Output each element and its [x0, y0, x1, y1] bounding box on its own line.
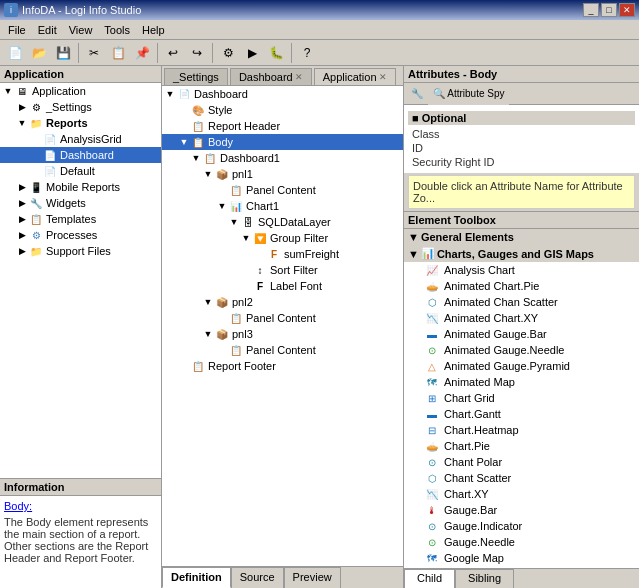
tree-toggle-mobile[interactable]: ▶: [16, 181, 28, 193]
ws-item-reportheader[interactable]: 📋 Report Header: [162, 118, 403, 134]
tree-item-analysisgrid[interactable]: 📄 AnalysisGrid: [0, 131, 161, 147]
ws-item-body[interactable]: ▼ 📋 Body: [162, 134, 403, 150]
tab-source[interactable]: Source: [231, 567, 284, 588]
toolbox-heat-map-applet[interactable]: ⊟ Heat Map Applet: [404, 566, 639, 568]
tree-toggle-widgets[interactable]: ▶: [16, 197, 28, 209]
ws-item-labelfont[interactable]: F Label Font: [162, 278, 403, 294]
menu-tools[interactable]: Tools: [98, 22, 136, 38]
toolbar-redo[interactable]: ↪: [186, 42, 208, 64]
ws-item-pnl1[interactable]: ▼ 📦 pnl1: [162, 166, 403, 182]
toolbox-gauge-needle2[interactable]: ⊙ Gauge.Needle: [404, 534, 639, 550]
section-charts[interactable]: ▼ 📊 Charts, Gauges and GIS Maps: [404, 245, 639, 262]
menu-view[interactable]: View: [63, 22, 99, 38]
ws-toggle-sql[interactable]: ▼: [228, 216, 240, 228]
ws-toggle-pnl2[interactable]: ▼: [202, 296, 214, 308]
tab-dashboard-close[interactable]: ✕: [295, 72, 303, 82]
tab-application[interactable]: Application ✕: [314, 68, 396, 85]
tree-item-mobilereports[interactable]: ▶ 📱 Mobile Reports: [0, 179, 161, 195]
tree-item-settings[interactable]: ▶ ⚙ _Settings: [0, 99, 161, 115]
toolbar-new[interactable]: 📄: [4, 42, 26, 64]
ws-toggle-gf[interactable]: ▼: [240, 232, 252, 244]
tab-application-close[interactable]: ✕: [379, 72, 387, 82]
attr-btn1[interactable]: 🔧: [408, 85, 426, 103]
tab-preview[interactable]: Preview: [284, 567, 341, 588]
window-controls[interactable]: _ □ ✕: [583, 3, 635, 17]
toolbox-google-map[interactable]: 🗺 Google Map: [404, 550, 639, 566]
toolbar-help[interactable]: ?: [296, 42, 318, 64]
tree-toggle-support[interactable]: ▶: [16, 245, 28, 257]
toolbox-chart-polar[interactable]: ⊙ Chant Polar: [404, 454, 639, 470]
ws-item-sumfreight[interactable]: F sumFreight: [162, 246, 403, 262]
menu-edit[interactable]: Edit: [32, 22, 63, 38]
attr-id-value[interactable]: [516, 142, 631, 154]
ws-toggle-pnl3[interactable]: ▼: [202, 328, 214, 340]
ws-item-dashboard1[interactable]: ▼ 📋 Dashboard1: [162, 150, 403, 166]
section-general[interactable]: ▼ General Elements: [404, 229, 639, 245]
toolbar-save[interactable]: 💾: [52, 42, 74, 64]
ws-item-pnl2[interactable]: ▼ 📦 pnl2: [162, 294, 403, 310]
ws-item-style[interactable]: 🎨 Style: [162, 102, 403, 118]
tree-item-processes[interactable]: ▶ ⚙ Processes: [0, 227, 161, 243]
toolbar-run[interactable]: ▶: [241, 42, 263, 64]
ws-item-chart1[interactable]: ▼ 📊 Chart1: [162, 198, 403, 214]
attr-class-value[interactable]: [516, 128, 631, 140]
toolbox-chart-xy[interactable]: 📉 Chart.XY: [404, 486, 639, 502]
tree-item-dashboard[interactable]: 📄 Dashboard: [0, 147, 161, 163]
ws-toggle-d1[interactable]: ▼: [190, 152, 202, 164]
tree-item-widgets[interactable]: ▶ 🔧 Widgets: [0, 195, 161, 211]
optional-toggle[interactable]: ■: [412, 112, 419, 124]
toolbar-cut[interactable]: ✂: [83, 42, 105, 64]
toolbar-paste[interactable]: 📌: [131, 42, 153, 64]
ws-item-sqldatalayer[interactable]: ▼ 🗄 SQLDataLayer: [162, 214, 403, 230]
tree-item-application[interactable]: ▼ 🖥 Application: [0, 83, 161, 99]
attr-security-value[interactable]: [516, 156, 631, 168]
tree-item-supportfiles[interactable]: ▶ 📁 Support Files: [0, 243, 161, 259]
menu-file[interactable]: File: [2, 22, 32, 38]
toolbox-gauge-bar[interactable]: ▬ Animated Gauge.Bar: [404, 326, 639, 342]
close-button[interactable]: ✕: [619, 3, 635, 17]
ws-toggle-pnl1[interactable]: ▼: [202, 168, 214, 180]
nav-child[interactable]: Child: [404, 569, 455, 588]
toolbox-animated-xy[interactable]: 📉 Animated Chart.XY: [404, 310, 639, 326]
minimize-button[interactable]: _: [583, 3, 599, 17]
nav-sibling[interactable]: Sibling: [455, 569, 514, 588]
toolbar-debug[interactable]: 🐛: [265, 42, 287, 64]
toolbar-undo[interactable]: ↩: [162, 42, 184, 64]
toolbox-chart-gantt[interactable]: ▬ Chart.Gantt: [404, 406, 639, 422]
tab-definition[interactable]: Definition: [162, 567, 231, 588]
toolbox-chart-scatter[interactable]: ⬡ Chant Scatter: [404, 470, 639, 486]
toolbar-settings[interactable]: ⚙: [217, 42, 239, 64]
ws-item-reportfooter[interactable]: 📋 Report Footer: [162, 358, 403, 374]
toolbox-analysis-chart[interactable]: 📈 Analysis Chart: [404, 262, 639, 278]
ws-toggle-body[interactable]: ▼: [178, 136, 190, 148]
ws-toggle-dashboard[interactable]: ▼: [164, 88, 176, 100]
toolbar-open[interactable]: 📂: [28, 42, 50, 64]
toolbox-chart-pie[interactable]: 🥧 Chart.Pie: [404, 438, 639, 454]
toolbox-gauge-pyramid[interactable]: △ Animated Gauge.Pyramid: [404, 358, 639, 374]
tree-item-templates[interactable]: ▶ 📋 Templates: [0, 211, 161, 227]
toolbox-animated-map[interactable]: 🗺 Animated Map: [404, 374, 639, 390]
tree-item-default[interactable]: 📄 Default: [0, 163, 161, 179]
ws-item-panelcontent3[interactable]: 📋 Panel Content: [162, 342, 403, 358]
info-link[interactable]: Body:: [4, 500, 32, 512]
tree-toggle-settings[interactable]: ▶: [16, 101, 28, 113]
ws-item-sortfilter[interactable]: ↕ Sort Filter: [162, 262, 403, 278]
ws-item-panelcontent1[interactable]: 📋 Panel Content: [162, 182, 403, 198]
toolbox-animated-pie[interactable]: 🥧 Animated Chart.Pie: [404, 278, 639, 294]
ws-item-pnl3[interactable]: ▼ 📦 pnl3: [162, 326, 403, 342]
tree-toggle-reports[interactable]: ▼: [16, 117, 28, 129]
toolbox-chart-grid[interactable]: ⊞ Chart Grid: [404, 390, 639, 406]
toolbox-gauge-bar2[interactable]: 🌡 Gauge.Bar: [404, 502, 639, 518]
ws-item-dashboard[interactable]: ▼ 📄 Dashboard: [162, 86, 403, 102]
tree-toggle-processes[interactable]: ▶: [16, 229, 28, 241]
ws-item-groupfilter[interactable]: ▼ 🔽 Group Filter: [162, 230, 403, 246]
attr-spy[interactable]: 🔍 Attribute Spy: [428, 83, 509, 105]
toolbox-animated-scatter[interactable]: ⬡ Animated Chan Scatter: [404, 294, 639, 310]
maximize-button[interactable]: □: [601, 3, 617, 17]
toolbox-gauge-needle[interactable]: ⊙ Animated Gauge.Needle: [404, 342, 639, 358]
ws-item-panelcontent2[interactable]: 📋 Panel Content: [162, 310, 403, 326]
tree-item-reports[interactable]: ▼ 📁 Reports: [0, 115, 161, 131]
toolbar-copy[interactable]: 📋: [107, 42, 129, 64]
tab-settings[interactable]: _Settings: [164, 68, 228, 85]
toolbox-chart-heatmap[interactable]: ⊟ Chart.Heatmap: [404, 422, 639, 438]
